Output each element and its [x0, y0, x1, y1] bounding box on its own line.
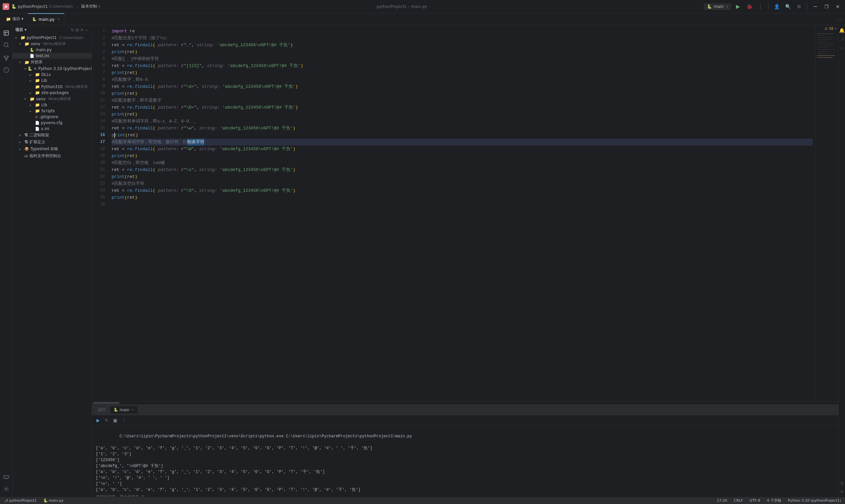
tree-item-xini[interactable]: 📄 x.ini — [13, 126, 91, 132]
warning-badge[interactable]: ⚠ 16 ∨ — [817, 26, 837, 31]
label-ext: 外部库 — [31, 59, 42, 65]
tree-item-gitignore[interactable]: ⊘ .gitignore — [13, 114, 91, 120]
right-terminal-icon[interactable]: ⊞ — [840, 481, 843, 486]
right-git-icon[interactable]: ⎇ — [840, 37, 844, 41]
sidebar-refresh[interactable]: ↻ — [71, 28, 74, 32]
tree-item-extdef[interactable]: ▸ 🏗 扩展定义 — [13, 139, 91, 146]
svg-rect-7 — [817, 33, 833, 34]
svg-rect-9 — [817, 37, 835, 38]
sidebar-collapse[interactable]: ⊟ — [76, 28, 79, 32]
h-scroll-thumb[interactable] — [93, 402, 120, 404]
search-button[interactable]: 🔍 — [783, 2, 792, 11]
close-button[interactable]: ✕ — [833, 2, 842, 11]
icon-scratch: 🗂 — [24, 154, 28, 158]
close-main-tab[interactable]: ✕ — [131, 408, 134, 412]
sidebar-close[interactable]: ✕ — [80, 28, 84, 32]
label-py310: Python310 — [41, 85, 63, 89]
activity-files[interactable] — [1, 28, 12, 38]
right-settings-icon[interactable]: ⚙ — [840, 489, 844, 494]
label-dlls: DLLs — [41, 72, 51, 77]
app-icon: ▣ — [3, 3, 9, 10]
tab-options-button[interactable]: ⋯ — [838, 17, 842, 22]
tree-item-binframe[interactable]: ▸ 🏗 二进制框架 — [13, 132, 91, 139]
tree-item-lib2[interactable]: ▸ 📁 Lib — [13, 102, 91, 108]
restore-button[interactable]: ❐ — [822, 2, 831, 11]
tree-item-scripts[interactable]: ▸ 📁 Scripts — [13, 108, 91, 114]
code-line-19: print(ret) — [111, 152, 813, 159]
tree-item-site[interactable]: ▸ 📁 site-packages — [13, 90, 91, 96]
arrow-dlls: ▸ — [30, 73, 34, 76]
git-branch-name: pythonProject1 — [9, 498, 37, 503]
window-title: pythonProject1 – main.py — [377, 4, 427, 9]
activity-debug[interactable] — [1, 65, 12, 75]
tree-item-venv2[interactable]: ▾ 📁 venv library根目录 — [13, 96, 91, 102]
tree-item-ext[interactable]: ▾ 📁 外部库 — [13, 59, 91, 66]
indent-value: 4 个空格 — [767, 498, 781, 503]
terminal-content[interactable]: C:\Users\lipin\PycharmProjects\pythonPro… — [92, 426, 839, 497]
tree-item-python310[interactable]: ▾ 🐍 < Python 3.10 (pythonProject — [13, 66, 91, 72]
sidebar-header[interactable]: 项目 ▾ ↻ ⊟ ✕ — — [13, 25, 91, 35]
tree-item-testini[interactable]: 📄 test.ini — [13, 53, 91, 59]
vcs-section[interactable]: 版本控制 ▾ — [81, 4, 100, 9]
run-button[interactable]: ▶ — [734, 2, 743, 11]
editor-area: 1 2 3 4 5 6 7 8 9 10 11 12 13 14 15 16 1 — [92, 25, 839, 497]
activity-settings[interactable] — [1, 484, 12, 494]
svg-point-3 — [4, 56, 6, 57]
terminal-rerun-btn[interactable]: ↻ — [103, 416, 110, 424]
arrow-binframe: ▸ — [19, 133, 23, 137]
settings-button[interactable]: ⚙ — [794, 2, 804, 11]
arrow-scripts: ▸ — [30, 109, 34, 113]
tree-item-venv1[interactable]: ▾ 📁 venv library根目录 — [13, 41, 91, 47]
terminal-stop-btn[interactable]: ■ — [111, 416, 119, 424]
code-content[interactable]: import re #匹配任意1个字符（除了\n） ret = re.finda… — [108, 25, 815, 401]
close-tab-main[interactable]: ✕ — [57, 18, 60, 21]
tab-main-py[interactable]: 🐍 main.py ✕ — [28, 13, 65, 25]
code-line-6: ret = re.findall( pattern: r"[123]", str… — [111, 62, 813, 69]
label-pyvenv: pyvenv.cfg — [41, 121, 63, 125]
more-button[interactable]: ⋮ — [756, 2, 765, 11]
status-filename[interactable]: 🐍 main.py — [42, 498, 65, 503]
status-line-col[interactable]: 17:20 — [716, 498, 729, 503]
activity-git[interactable] — [1, 53, 12, 64]
label-python310: < Python 3.10 (pythonProject — [34, 66, 92, 71]
code-line-16: print(ret) — [111, 132, 813, 139]
tree-item-pyvenv[interactable]: 📄 pyvenv.cfg — [13, 120, 91, 126]
terminal-more-btn[interactable]: ⋮ — [120, 416, 127, 424]
status-charset[interactable]: UTF-8 — [748, 498, 761, 503]
debug-button[interactable]: 🐞 — [745, 2, 754, 11]
h-scrollbar[interactable] — [92, 401, 839, 404]
tree-item-lib1[interactable]: ▸ 📁 Lib — [13, 77, 91, 84]
code-line-9: ret = re.findall( pattern: r"\d+", strin… — [111, 83, 813, 90]
sidebar-gear[interactable]: — — [85, 28, 89, 32]
right-problems-icon[interactable]: ⚠ — [840, 46, 844, 50]
project-dropdown-label: 项目 ▾ — [12, 16, 23, 22]
profile-button[interactable]: 👤 — [772, 2, 781, 11]
activity-plugins[interactable] — [1, 472, 12, 482]
terminal-run-btn[interactable]: ▶ — [94, 416, 102, 424]
right-notifications-icon[interactable]: 🔔 — [839, 28, 845, 33]
status-language[interactable]: Python 3.10 (pythonProject1) — [787, 498, 842, 503]
status-crlf[interactable]: CRLF — [733, 498, 744, 503]
tree-item-dlls[interactable]: ▸ 📁 DLLs — [13, 72, 91, 77]
terminal-tab-run[interactable]: 运行 — [94, 406, 109, 414]
status-indent[interactable]: 4 个空格 — [765, 498, 782, 503]
project-dropdown[interactable]: 📁 项目 ▾ — [3, 13, 27, 25]
activity-search[interactable] — [1, 40, 12, 50]
terminal-tab-main[interactable]: 🐍 main ✕ — [110, 406, 137, 414]
project-info[interactable]: 🐍 pythonProject1 C:\Users\lipin — [11, 4, 73, 9]
svg-rect-18 — [817, 55, 835, 56]
tree-item-mainpy[interactable]: 🐍 main.py — [13, 47, 91, 53]
tree-item-scratch[interactable]: 🗂 临时文件和控制台 — [13, 152, 91, 159]
svg-rect-12 — [817, 43, 835, 44]
tree-item-py310[interactable]: 📁 Python310 library根目录 — [13, 84, 91, 90]
code-editor[interactable]: 1 2 3 4 5 6 7 8 9 10 11 12 13 14 15 16 1 — [92, 25, 815, 401]
icon-gitignore: ⊘ — [35, 115, 38, 119]
tab-main-label: main.py — [39, 17, 55, 22]
status-git[interactable]: ⎇ pythonProject1 — [3, 498, 38, 503]
tree-item-root[interactable]: ▾ 📁 pythonProject1 C:\Users\lipin — [13, 35, 91, 41]
tree-item-typeshed[interactable]: ▸ 📦 Typeshed 存根 — [13, 146, 91, 152]
run-config[interactable]: 🐍 main ∨ — [704, 3, 732, 10]
code-line-26 — [111, 201, 813, 208]
terminal-output-8: ['a', 'b', 'c', 'd', 'e', 'f', 'g', '_',… — [96, 487, 834, 493]
minimize-button[interactable]: − — [811, 2, 820, 11]
